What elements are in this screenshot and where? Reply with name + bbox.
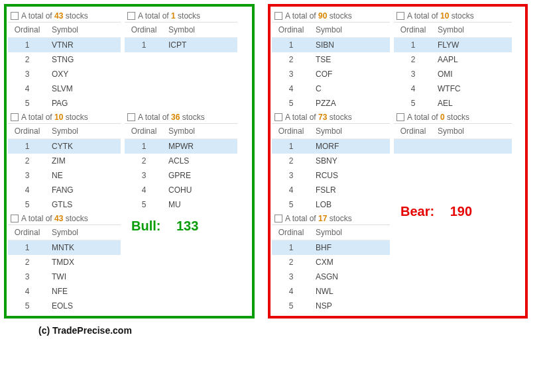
select-checkbox[interactable] — [127, 12, 135, 20]
table-row[interactable]: 5LOB — [272, 197, 390, 212]
table-row[interactable]: 1FLYW — [394, 38, 512, 53]
table-row[interactable]: 5MU — [125, 197, 237, 212]
cell-ordinal: 5 — [8, 299, 46, 313]
table-row[interactable]: 4NWL — [272, 284, 390, 299]
select-checkbox[interactable] — [274, 12, 282, 20]
table-row[interactable]: 1MORF — [272, 139, 390, 154]
select-checkbox[interactable] — [11, 12, 19, 20]
col-symbol-header[interactable]: Symbol — [310, 225, 390, 240]
col-ordinal-header[interactable]: Ordinal — [8, 124, 46, 139]
cell-symbol: PZZA — [310, 96, 390, 111]
table-row[interactable]: 3GPRE — [125, 168, 237, 183]
col-symbol-header[interactable]: Symbol — [310, 124, 390, 139]
table-row[interactable]: 4SLVM — [8, 81, 121, 96]
cell-ordinal: 5 — [272, 197, 310, 212]
col-ordinal-header[interactable]: Ordinal — [272, 225, 310, 240]
table-row[interactable]: 3OMI — [394, 67, 512, 81]
table-row[interactable]: 2STNG — [8, 52, 121, 67]
cell-ordinal: 3 — [8, 168, 46, 183]
table-row[interactable]: 2TMDX — [8, 255, 121, 270]
table-row[interactable]: 4C — [272, 81, 390, 96]
stock-block: A total of 0 stocksOrdinalSymbol — [394, 111, 512, 197]
table-row[interactable]: 2ZIM — [8, 154, 121, 168]
table-row[interactable]: 3OXY — [8, 67, 121, 81]
block-count: 10 — [54, 113, 63, 122]
table-row[interactable]: 3COF — [272, 67, 390, 81]
select-checkbox[interactable] — [127, 113, 135, 121]
col-ordinal-header[interactable]: Ordinal — [8, 23, 46, 38]
cell-ordinal: 4 — [8, 81, 46, 96]
select-checkbox[interactable] — [396, 12, 404, 20]
table-row[interactable]: 5EOLS — [8, 299, 121, 313]
table-row[interactable]: 5NSP — [272, 299, 390, 313]
col-ordinal-header[interactable]: Ordinal — [272, 124, 310, 139]
table-row[interactable]: 3ASGN — [272, 270, 390, 284]
col-ordinal-header[interactable]: Ordinal — [8, 225, 46, 240]
table-row[interactable]: 3NE — [8, 168, 121, 183]
col-symbol-header[interactable]: Symbol — [46, 225, 121, 240]
table-row[interactable]: 5GTLS — [8, 197, 121, 212]
cell-ordinal: 5 — [394, 96, 432, 111]
select-checkbox[interactable] — [11, 113, 19, 121]
col-symbol-header[interactable]: Symbol — [310, 23, 390, 38]
block-header: A total of 10 stocks — [8, 111, 121, 123]
block-header-text: A total of 73 stocks — [285, 113, 352, 122]
col-ordinal-header[interactable]: Ordinal — [125, 23, 163, 38]
table-row[interactable]: 3RCUS — [272, 168, 390, 183]
table-row[interactable]: 4NFE — [8, 284, 121, 299]
table-row[interactable]: 2CXM — [272, 255, 390, 270]
col-symbol-header[interactable]: Symbol — [46, 23, 121, 38]
select-checkbox[interactable] — [274, 113, 282, 121]
col-symbol-header[interactable]: Symbol — [163, 23, 237, 38]
table-row-empty — [125, 96, 237, 111]
table-row[interactable]: 3TWI — [8, 270, 121, 284]
table-row[interactable]: 2SBNY — [272, 154, 390, 168]
block-count: 73 — [318, 113, 327, 122]
table-row[interactable]: 1SIBN — [272, 38, 390, 53]
table-row[interactable]: 5PAG — [8, 96, 121, 111]
cell-ordinal: 4 — [394, 81, 432, 96]
table-row[interactable]: 2TSE — [272, 52, 390, 67]
cell-ordinal: 5 — [8, 96, 46, 111]
cell-ordinal: 2 — [125, 154, 163, 168]
table-row[interactable]: 2AAPL — [394, 52, 512, 67]
cell-symbol: NE — [46, 168, 121, 183]
select-checkbox[interactable] — [396, 113, 404, 121]
table-row[interactable]: 1BHF — [272, 240, 390, 256]
table-row[interactable]: 1MPWR — [125, 139, 237, 154]
table-row-empty — [125, 81, 237, 96]
table-row[interactable]: 2ACLS — [125, 154, 237, 168]
stock-block: A total of 73 stocksOrdinalSymbol1MORF2S… — [272, 111, 390, 212]
col-symbol-header[interactable]: Symbol — [163, 124, 237, 139]
table-row[interactable]: 5AEL — [394, 96, 512, 111]
table-row[interactable]: 4COHU — [125, 183, 237, 197]
cell-symbol: AEL — [432, 96, 512, 111]
table-row[interactable]: 1CYTK — [8, 139, 121, 154]
table-row[interactable]: 4FANG — [8, 183, 121, 197]
col-ordinal-header[interactable]: Ordinal — [125, 124, 163, 139]
col-symbol-header[interactable]: Symbol — [432, 23, 512, 38]
table-row[interactable]: 5PZZA — [272, 96, 390, 111]
select-checkbox[interactable] — [11, 215, 19, 222]
block-header: A total of 1 stocks — [125, 9, 237, 22]
cell-ordinal: 4 — [272, 81, 310, 96]
table-row[interactable]: 4WTFC — [394, 81, 512, 96]
cell-symbol: ACLS — [163, 154, 237, 168]
bull-panel: A total of 43 stocksOrdinalSymbol1VTNR2S… — [4, 4, 255, 318]
block-header: A total of 36 stocks — [125, 111, 237, 123]
table-row[interactable]: 1MNTK — [8, 240, 121, 256]
table-row[interactable]: 4FSLR — [272, 183, 390, 197]
table-row[interactable]: 1VTNR — [8, 38, 121, 53]
table-row[interactable]: 1ICPT — [125, 38, 237, 53]
col-ordinal-header[interactable]: Ordinal — [394, 23, 432, 38]
table-row-empty — [125, 52, 237, 67]
col-symbol-header[interactable]: Symbol — [432, 124, 512, 139]
table-row-empty — [394, 154, 512, 168]
stock-block: A total of 90 stocksOrdinalSymbol1SIBN2T… — [272, 9, 390, 111]
col-ordinal-header[interactable]: Ordinal — [272, 23, 310, 38]
col-ordinal-header[interactable]: Ordinal — [394, 124, 432, 139]
bear-col-1: A total of 90 stocksOrdinalSymbol1SIBN2T… — [272, 9, 390, 313]
cell-ordinal: 3 — [8, 270, 46, 284]
col-symbol-header[interactable]: Symbol — [46, 124, 121, 139]
select-checkbox[interactable] — [274, 215, 282, 222]
